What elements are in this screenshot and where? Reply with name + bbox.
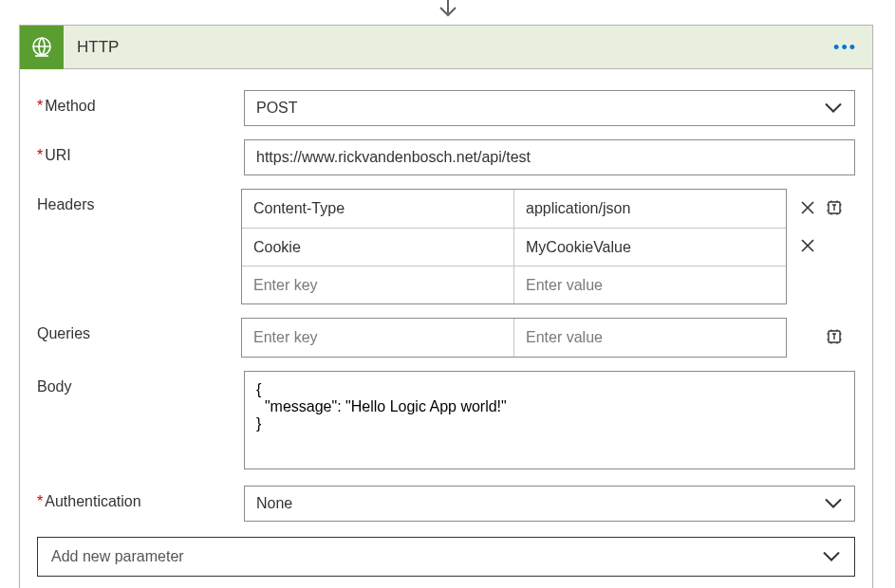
header-key-input[interactable] bbox=[242, 190, 513, 228]
delete-row-button[interactable] bbox=[794, 194, 821, 221]
headers-grid bbox=[241, 189, 787, 304]
more-options-button[interactable]: ••• bbox=[833, 37, 857, 57]
body-label: Body bbox=[37, 371, 244, 395]
uri-input-wrapper bbox=[244, 139, 855, 175]
flow-connector-arrow bbox=[0, 0, 895, 25]
http-card-body: *Method POST *URI bbox=[20, 69, 872, 588]
headers-actions bbox=[787, 189, 855, 303]
uri-label: *URI bbox=[37, 139, 244, 164]
header-key-input[interactable] bbox=[242, 266, 513, 303]
query-key-input[interactable] bbox=[242, 319, 513, 357]
http-card-title: HTTP bbox=[77, 38, 119, 57]
header-value-input[interactable] bbox=[514, 190, 786, 228]
method-select[interactable]: POST bbox=[244, 90, 855, 126]
header-key-input[interactable] bbox=[242, 229, 513, 266]
chevron-down-icon bbox=[824, 101, 843, 117]
authentication-row: *Authentication None bbox=[37, 486, 855, 522]
table-row bbox=[242, 319, 786, 357]
uri-input[interactable] bbox=[245, 140, 854, 175]
switch-to-text-mode-button[interactable] bbox=[821, 194, 848, 221]
headers-row: Headers bbox=[37, 189, 855, 304]
chevron-down-icon bbox=[824, 496, 843, 512]
add-parameter-select[interactable]: Add new parameter bbox=[37, 537, 855, 577]
queries-grid bbox=[241, 318, 787, 358]
queries-label: Queries bbox=[37, 318, 241, 342]
query-value-input[interactable] bbox=[514, 319, 786, 357]
uri-row: *URI bbox=[37, 139, 855, 175]
authentication-value: None bbox=[245, 495, 292, 512]
queries-actions bbox=[787, 318, 855, 356]
queries-row: Queries bbox=[37, 318, 855, 358]
body-textarea[interactable] bbox=[244, 371, 855, 469]
header-value-input[interactable] bbox=[514, 266, 786, 303]
add-parameter-row: Add new parameter bbox=[37, 537, 855, 577]
delete-row-button[interactable] bbox=[794, 232, 821, 259]
body-row: Body bbox=[37, 371, 855, 472]
authentication-label: *Authentication bbox=[37, 486, 244, 510]
method-label: *Method bbox=[37, 90, 244, 115]
table-row bbox=[242, 266, 786, 303]
chevron-down-icon bbox=[822, 549, 841, 565]
method-value: POST bbox=[245, 100, 298, 117]
table-row bbox=[242, 228, 786, 266]
headers-label: Headers bbox=[37, 189, 241, 213]
http-globe-icon bbox=[20, 26, 64, 69]
switch-to-text-mode-button[interactable] bbox=[821, 323, 848, 350]
method-row: *Method POST bbox=[37, 90, 855, 126]
authentication-select[interactable]: None bbox=[244, 486, 855, 522]
http-card-header: HTTP ••• bbox=[20, 26, 872, 69]
table-row bbox=[242, 190, 786, 228]
header-value-input[interactable] bbox=[514, 229, 786, 266]
add-parameter-label: Add new parameter bbox=[38, 548, 184, 565]
http-action-card: HTTP ••• *Method POST bbox=[19, 25, 873, 588]
